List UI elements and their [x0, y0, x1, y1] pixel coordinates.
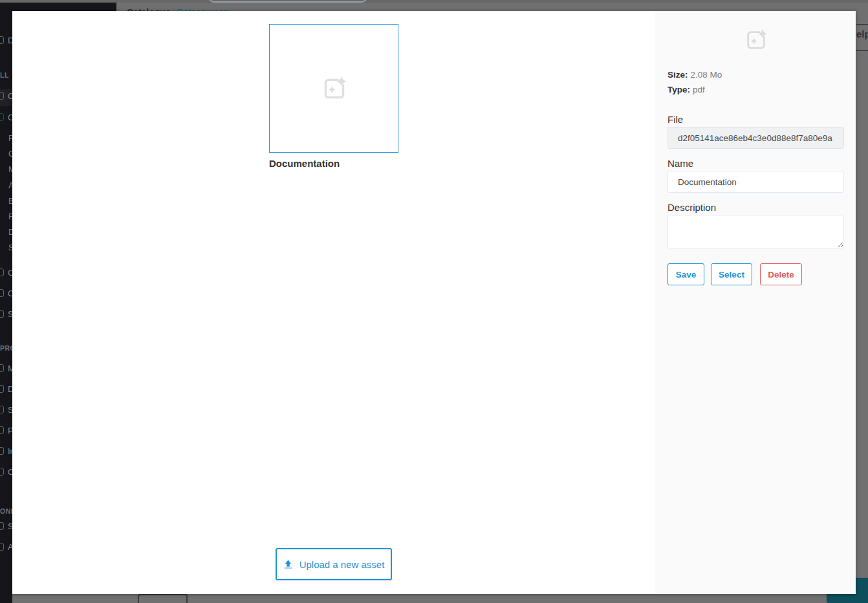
- sidebar-item-icon: [0, 36, 4, 44]
- sidebar-item-icon: [0, 289, 4, 297]
- upload-icon: [283, 560, 293, 569]
- asset-card-documentation[interactable]: [269, 24, 398, 153]
- sidebar-item-fragment: LL: [0, 70, 9, 80]
- image-placeholder-icon: [321, 75, 348, 102]
- asset-card-title: Documentation: [269, 158, 340, 169]
- size-label: Size:: [667, 70, 688, 80]
- sidebar-item-icon: [0, 310, 4, 318]
- sidebar-item-icon: [0, 543, 4, 551]
- asset-type: Type:pdf: [667, 85, 705, 94]
- file-field-label: File: [667, 114, 683, 125]
- sidebar-item-icon: [0, 364, 4, 372]
- browser-toolbar-strip: [0, 0, 868, 3]
- type-label: Type:: [667, 85, 690, 94]
- help-link-fragment: elp: [856, 28, 868, 39]
- sidebar-item-icon: [0, 426, 4, 434]
- browser-omnibox-bottom: [208, 0, 367, 3]
- asset-detail-modal: Documentation Upload a new asset Size:2.…: [12, 11, 856, 594]
- image-placeholder-icon: [744, 28, 768, 52]
- sidebar-item-icon: [0, 385, 4, 393]
- screen: DLLCCPCMABFDSCCSPROMDSPInCONFISA Catalog…: [0, 0, 868, 603]
- asset-detail-panel: Size:2.08 Mo Type:pdf File Name Descript…: [655, 11, 856, 594]
- header-divider-bottom: [856, 50, 868, 51]
- sidebar-item-icon: [0, 447, 4, 455]
- upload-new-asset-button[interactable]: Upload a new asset: [276, 548, 392, 580]
- upload-button-label: Upload a new asset: [299, 559, 385, 570]
- name-input[interactable]: [667, 171, 844, 193]
- background-outline-button: [138, 594, 188, 603]
- size-value: 2.08 Mo: [691, 70, 722, 80]
- sidebar-item-icon: [0, 522, 4, 530]
- select-button[interactable]: Select: [711, 263, 752, 285]
- save-button[interactable]: Save: [667, 263, 704, 285]
- file-hash-input: [667, 127, 844, 149]
- sidebar-item-icon: [0, 269, 4, 276]
- sidebar-top-strip: [12, 3, 116, 11]
- name-field-label: Name: [667, 158, 693, 169]
- description-textarea[interactable]: [667, 215, 844, 248]
- delete-button[interactable]: Delete: [760, 263, 802, 285]
- header-divider-top: [856, 24, 868, 25]
- sidebar-item-icon: [0, 468, 4, 476]
- sidebar-item-icon: [0, 406, 4, 413]
- description-field-label: Description: [667, 202, 716, 213]
- sidebar-item-icon: [0, 92, 4, 100]
- asset-size: Size:2.08 Mo: [667, 70, 722, 80]
- type-value: pdf: [693, 85, 705, 94]
- sidebar-item-icon: [0, 113, 4, 121]
